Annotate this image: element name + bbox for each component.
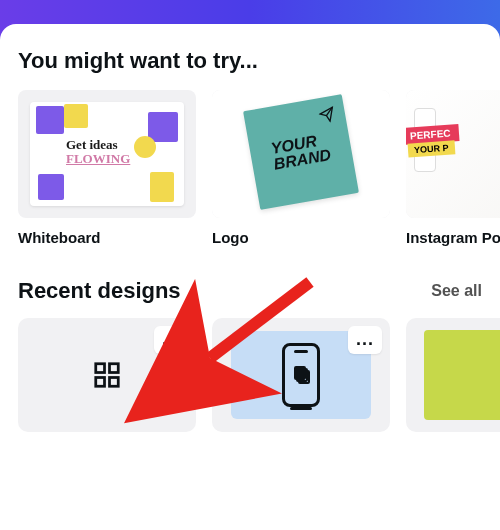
template-card-logo[interactable]: YOUR BRAND Logo bbox=[212, 90, 390, 248]
template-label: Instagram Post (Square) bbox=[406, 228, 500, 248]
template-card-instagram[interactable]: PERFEC YOUR P Instagram Post (Square) bbox=[406, 90, 500, 248]
svg-rect-1 bbox=[110, 363, 119, 372]
template-thumb-whiteboard[interactable]: Get ideas FLOWING bbox=[18, 90, 196, 218]
wb-shape bbox=[148, 112, 178, 142]
stack-icon bbox=[294, 366, 308, 384]
grid-icon bbox=[92, 360, 122, 390]
phone-icon bbox=[282, 343, 320, 407]
template-carousel[interactable]: Get ideas FLOWING Whiteboard YOUR BRAND … bbox=[18, 90, 500, 248]
wb-shape bbox=[134, 136, 156, 158]
ig-bg: PERFEC YOUR P bbox=[406, 90, 500, 218]
wb-text: Get ideas FLOWING bbox=[66, 138, 130, 165]
wb-shape bbox=[64, 104, 88, 128]
main-panel: You might want to try... Get ideas FLOWI… bbox=[0, 24, 500, 530]
wb-text-line2: FLOWING bbox=[66, 152, 130, 166]
more-button[interactable]: ... bbox=[154, 326, 188, 354]
svg-rect-2 bbox=[96, 377, 105, 386]
svg-rect-3 bbox=[110, 377, 119, 386]
template-thumb-instagram[interactable]: PERFEC YOUR P bbox=[406, 90, 500, 218]
wb-shape bbox=[150, 172, 174, 202]
template-label: Whiteboard bbox=[18, 228, 196, 248]
try-section-title: You might want to try... bbox=[18, 48, 500, 74]
svg-rect-0 bbox=[96, 363, 105, 372]
wb-text-line1: Get ideas bbox=[66, 138, 130, 152]
recent-header: Recent designs See all bbox=[18, 278, 500, 304]
ig-ribbon2: YOUR P bbox=[408, 140, 455, 157]
logo-text: YOUR BRAND bbox=[270, 131, 332, 173]
recent-carousel[interactable]: ... ... bbox=[18, 318, 500, 432]
more-button[interactable]: ... bbox=[348, 326, 382, 354]
recent-design-2[interactable]: ... bbox=[212, 318, 390, 432]
recent-design-3[interactable] bbox=[406, 318, 500, 432]
logo-card: YOUR BRAND bbox=[243, 94, 359, 210]
template-card-whiteboard[interactable]: Get ideas FLOWING Whiteboard bbox=[18, 90, 196, 248]
paper-plane-icon bbox=[318, 106, 337, 127]
template-label: Logo bbox=[212, 228, 390, 248]
recent-section-title: Recent designs bbox=[18, 278, 181, 304]
whiteboard-canvas: Get ideas FLOWING bbox=[30, 102, 184, 206]
wb-shape bbox=[36, 106, 64, 134]
see-all-link[interactable]: See all bbox=[431, 282, 482, 300]
green-canvas bbox=[424, 330, 500, 420]
wb-shape bbox=[38, 174, 64, 200]
recent-design-1[interactable]: ... bbox=[18, 318, 196, 432]
template-thumb-logo[interactable]: YOUR BRAND bbox=[212, 90, 390, 218]
